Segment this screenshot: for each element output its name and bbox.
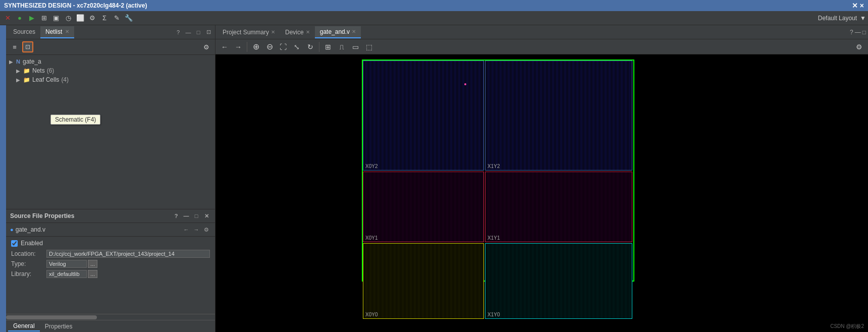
right-panel: Project Summary ✕ Device ✕ gate_and.v ✕ … [215,25,868,332]
enabled-checkbox[interactable] [11,240,18,247]
quadrant-X0Y1: X0Y1 [363,172,484,242]
file-type-icon: ● [10,227,14,233]
schematic-mode-button[interactable]: ⎍ [336,41,348,53]
nets-label: Nets [32,67,45,74]
float-left-panel-icon[interactable]: ⊡ [204,28,213,37]
close-device-tab[interactable]: ✕ [306,29,310,35]
tree-toggle-gate[interactable]: ▶ [9,59,15,65]
tree-toggle-nets[interactable]: ▶ [16,68,22,74]
device-view[interactable]: X0Y2 X1Y2 X0Y1 X1Y1 X0Y0 [215,54,868,332]
properties-content: Enabled Location: D:/ccj/ccj_work/FPGA_E… [6,237,215,314]
netlist-toolbar: ≡ ⊡ ⚙ [6,39,215,55]
prev-file-button[interactable]: ← [182,225,191,234]
tab-general[interactable]: General [8,321,40,331]
save-icon[interactable]: ▣ [50,13,62,24]
grid-toggle-button[interactable]: ⊞ [322,41,334,53]
fit-selection-button[interactable]: ⤡ [291,41,303,53]
pencil-icon[interactable]: ✎ [111,13,122,24]
tab-netlist[interactable]: Netlist ✕ [40,26,74,38]
tree-item-nets[interactable]: ▶ 📁 Nets (6) [6,66,215,75]
folder-icon-leafcells: 📁 [23,77,30,83]
fit-all-button[interactable]: ⛶ [277,41,289,53]
close-props-icon[interactable]: ✕ [202,211,211,220]
quad-label-X1Y1: X1Y1 [487,235,500,241]
close-gate-and-tab[interactable]: ✕ [352,29,356,34]
quadrant-X0Y2: X0Y2 [363,61,484,171]
tree-item-gate[interactable]: ▶ N gate_a [6,57,215,66]
enabled-row: Enabled [11,240,210,247]
quad-label-X1Y2: X1Y2 [487,163,500,169]
select-mode-button[interactable]: ⬚ [363,41,375,53]
schematic-view-icon[interactable]: ⊡ [22,41,33,52]
folder-icon-nets: 📁 [23,68,30,74]
title-bar: SYNTHESIZED DESIGN - xc7z020clg484-2 (ac… [0,0,868,11]
close-x-icon[interactable]: ✕ [2,13,13,24]
help-props-icon[interactable]: ? [172,211,181,220]
run2-icon[interactable]: ▶ [26,13,37,24]
library-label: Library: [11,270,46,278]
type-label: Type: [11,260,46,267]
layout-dropdown-icon[interactable]: ▼ [860,15,866,22]
left-tab-bar: Sources Netlist ✕ ? — □ ⊡ [6,25,215,39]
maximize-props-icon[interactable]: □ [192,211,201,220]
gate-type-icon: N [16,59,20,65]
file-settings-icon[interactable]: ⚙ [202,225,211,234]
zoom-in-button[interactable]: ⊕ [250,41,262,53]
tree-item-leafcells[interactable]: ▶ 📁 Leaf Cells (4) [6,75,215,84]
quadrant-X1Y0: X1Y0 [485,243,632,319]
toolbar-separator-1 [247,42,247,52]
netlist-settings-icon[interactable]: ⚙ [201,41,212,52]
tab-gate-and[interactable]: gate_and.v ✕ [315,26,361,38]
close-button[interactable]: ✕ × [852,2,864,10]
file-name-bar: ● gate_and.v ← → ⚙ [6,223,215,237]
left-strip [0,25,6,332]
location-value: D:/ccj/ccj_work/FPGA_EXT/project_143/pro… [46,250,210,258]
clock-icon[interactable]: ◷ [63,13,74,24]
nets-count: (6) [47,67,55,74]
tab-device[interactable]: Device ✕ [280,27,315,38]
window-icon[interactable]: ⬜ [75,13,86,24]
zoom-out-button[interactable]: ⊖ [263,41,276,53]
tab-sources[interactable]: Sources [8,26,40,38]
view-settings-icon[interactable]: ⚙ [853,41,865,53]
properties-header: Source File Properties ? — □ ✕ [6,209,215,223]
expand-all-icon[interactable]: ≡ [9,41,20,52]
tab-project-summary[interactable]: Project Summary ✕ [218,27,280,38]
scroll-thumb[interactable] [6,315,97,319]
close-netlist-tab[interactable]: ✕ [65,29,69,34]
minimize-props-icon[interactable]: — [182,211,191,220]
toolbar-separator-2 [319,42,319,52]
top-toolbar: ✕ ● ▶ ⊞ ▣ ◷ ⬜ ⚙ Σ ✎ 🔧 Default Layout ▼ [0,11,868,25]
close-project-summary-tab[interactable]: ✕ [271,29,275,35]
next-file-button[interactable]: → [192,225,201,234]
watermark: CSDN @积极2 [830,323,864,330]
grid-icon[interactable]: ⊞ [38,13,49,24]
gear-icon[interactable]: ⚙ [87,13,98,24]
type-row: Type: Verilog ... [11,260,210,268]
minimize-right-icon[interactable]: — [855,29,861,36]
type-browse-button[interactable]: ... [88,260,97,268]
forward-button[interactable]: → [232,41,244,53]
quad-label-X0Y2: X0Y2 [365,163,377,169]
quadrant-X0Y0: X0Y0 [363,243,484,319]
tree-toggle-leafcells[interactable]: ▶ [16,77,22,83]
help-right-icon[interactable]: ? [850,29,853,36]
wrench-icon[interactable]: 🔧 [123,13,134,24]
tab-properties[interactable]: Properties [40,322,78,331]
quadrant-X1Y1: X1Y1 [485,172,632,242]
minimize-left-panel-icon[interactable]: — [184,28,193,37]
maximize-right-icon[interactable]: □ [862,29,866,36]
highlight-button[interactable]: ▭ [349,41,361,53]
maximize-left-panel-icon[interactable]: □ [194,28,203,37]
schematic-tooltip: Schematic (F4) [50,115,100,125]
help-left-panel-icon[interactable]: ? [174,28,183,37]
run-icon[interactable]: ● [14,13,25,24]
back-button[interactable]: ← [219,41,231,53]
gate-label: gate_a [23,58,41,65]
library-browse-button[interactable]: ... [88,270,97,278]
leafcells-label: Leaf Cells [32,76,59,83]
tree-area: ▶ N gate_a ▶ 📁 Nets (6) ▶ 📁 Leaf Cells (… [6,55,215,209]
scroll-area[interactable] [6,314,215,320]
sigma-icon[interactable]: Σ [99,13,110,24]
refresh-button[interactable]: ↻ [304,41,316,53]
